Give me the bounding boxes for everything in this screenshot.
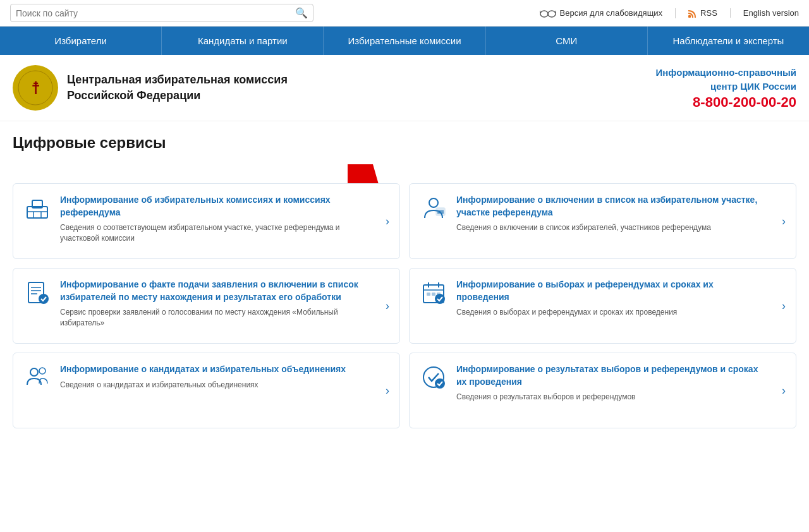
svg-point-21 bbox=[39, 294, 49, 304]
vision-link[interactable]: Версия для слабовидящих bbox=[540, 8, 676, 18]
card2-title: Информирование о включении в список на и… bbox=[456, 194, 764, 219]
card5-title: Информирование о кандидатах и избиратель… bbox=[60, 363, 368, 376]
card6-body: Информирование о результатах выборов и р… bbox=[456, 363, 764, 402]
svg-rect-4 bbox=[688, 15, 691, 18]
org-logo: ☨ bbox=[13, 65, 58, 111]
card1-chevron: › bbox=[386, 215, 389, 228]
section-title: Цифровые сервисы bbox=[13, 134, 796, 152]
card6-icon bbox=[420, 363, 447, 391]
card1-body: Информирование об избирательных комиссия… bbox=[60, 194, 368, 244]
info-center-label: Информационно-справочныйцентр ЦИК России bbox=[655, 66, 796, 94]
card2-body: Информирование о включении в список на и… bbox=[456, 194, 764, 233]
rss-label: RSS bbox=[700, 8, 717, 18]
svg-point-30 bbox=[30, 368, 38, 376]
card-commissions-info[interactable]: Информирование об избирательных комиссия… bbox=[13, 183, 400, 259]
logo-wrap: ☨ Центральная избирательная комиссия Рос… bbox=[13, 65, 288, 111]
svg-point-13 bbox=[429, 198, 438, 207]
search-icon[interactable]: 🔍 bbox=[295, 7, 308, 19]
search-wrap: 🔍 bbox=[10, 4, 313, 22]
card2-icon bbox=[420, 194, 447, 222]
card-application-status[interactable]: Информирование о факте подачи заявления … bbox=[13, 268, 400, 344]
card4-icon bbox=[420, 279, 447, 306]
card6-chevron: › bbox=[782, 384, 786, 397]
card-elections-schedule[interactable]: Информирование о выборах и референдумах … bbox=[409, 268, 796, 344]
svg-point-31 bbox=[39, 368, 46, 374]
phone-number: 8-800-200-00-20 bbox=[655, 94, 796, 111]
svg-rect-14 bbox=[436, 208, 445, 215]
org-name: Центральная избирательная комиссия Росси… bbox=[67, 72, 288, 104]
nav-item-voters[interactable]: Избиратели bbox=[0, 27, 162, 55]
svg-text:☨: ☨ bbox=[31, 78, 40, 98]
card4-desc: Сведения о выборах и референдумах и срок… bbox=[456, 307, 764, 318]
card5-desc: Сведения о кандидатах и избирательных об… bbox=[60, 380, 368, 390]
card3-body: Информирование о факте подачи заявления … bbox=[60, 279, 368, 329]
card-candidates-info[interactable]: Информирование о кандидатах и избиратель… bbox=[13, 353, 400, 428]
svg-point-33 bbox=[435, 378, 445, 389]
card3-title: Информирование о факте подачи заявления … bbox=[60, 279, 368, 303]
card1-desc: Сведения о соответствующем избирательном… bbox=[60, 222, 368, 244]
page-content: Цифровые сервисы Информирование об избир… bbox=[0, 121, 809, 447]
svg-point-0 bbox=[540, 11, 548, 17]
card2-chevron: › bbox=[782, 215, 786, 228]
svg-rect-26 bbox=[427, 293, 430, 296]
nav-bar: Избиратели Кандидаты и партии Избиратель… bbox=[0, 27, 809, 55]
nav-item-observers[interactable]: Наблюдатели и эксперты bbox=[648, 27, 809, 55]
card5-body: Информирование о кандидатах и избиратель… bbox=[60, 363, 368, 390]
card4-body: Информирование о выборах и референдумах … bbox=[456, 279, 764, 318]
cards-grid: Информирование об избирательных комиссия… bbox=[13, 183, 796, 428]
card3-desc: Сервис проверки заявлений о голосовании … bbox=[60, 307, 368, 329]
card3-chevron: › bbox=[386, 299, 389, 313]
svg-point-29 bbox=[435, 294, 445, 304]
card5-icon bbox=[23, 363, 51, 391]
nav-item-candidates[interactable]: Кандидаты и партии bbox=[162, 27, 324, 55]
header-right: Информационно-справочныйцентр ЦИК России… bbox=[655, 66, 796, 111]
card1-icon bbox=[23, 194, 51, 222]
nav-item-media[interactable]: СМИ bbox=[486, 27, 648, 55]
rss-icon bbox=[688, 9, 697, 18]
card6-title: Информирование о результатах выборов и р… bbox=[456, 363, 764, 388]
vision-label: Версия для слабовидящих bbox=[560, 8, 663, 18]
header-area: ☨ Центральная избирательная комиссия Рос… bbox=[0, 55, 809, 121]
nav-item-commissions[interactable]: Избирательные комиссии bbox=[324, 27, 485, 55]
topbar: 🔍 Версия для слабовидящих RSS English ve… bbox=[0, 0, 809, 27]
card4-chevron: › bbox=[782, 299, 786, 313]
card6-desc: Сведения о результатах выборов и референ… bbox=[456, 392, 764, 402]
svg-line-3 bbox=[556, 11, 556, 13]
svg-point-1 bbox=[548, 11, 556, 17]
glasses-icon bbox=[540, 8, 556, 18]
card-results-info[interactable]: Информирование о результатах выборов и р… bbox=[409, 353, 796, 428]
card-voter-list[interactable]: Информирование о включении в список на и… bbox=[409, 183, 796, 259]
svg-line-2 bbox=[540, 11, 540, 13]
english-link[interactable]: English version bbox=[743, 8, 799, 18]
top-bar-right: Версия для слабовидящих RSS English vers… bbox=[540, 8, 800, 18]
coat-of-arms-icon: ☨ bbox=[18, 70, 53, 106]
card5-chevron: › bbox=[386, 384, 389, 397]
svg-rect-27 bbox=[432, 293, 435, 296]
card2-desc: Сведения о включении в список избирателе… bbox=[456, 222, 764, 233]
card1-title: Информирование об избирательных комиссия… bbox=[60, 194, 368, 219]
rss-link[interactable]: RSS bbox=[688, 8, 731, 18]
card3-icon bbox=[23, 279, 51, 306]
card4-title: Информирование о выборах и референдумах … bbox=[456, 279, 764, 303]
search-input[interactable] bbox=[16, 8, 295, 18]
org-name-block: Центральная избирательная комиссия Росси… bbox=[67, 72, 288, 104]
